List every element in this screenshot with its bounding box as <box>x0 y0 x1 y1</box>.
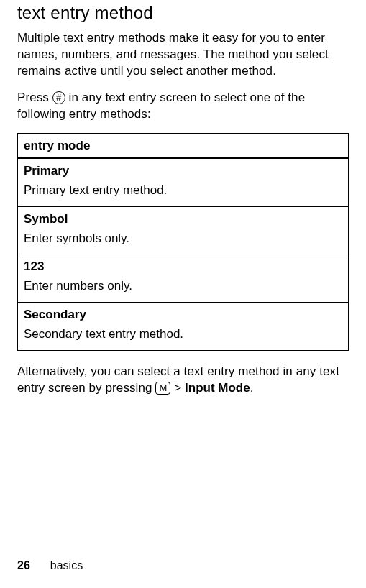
page-number: 26 <box>17 559 30 571</box>
table-row: 123 Enter numbers only. <box>18 254 349 303</box>
instruction-pre: Press <box>17 91 52 104</box>
page-footer: 26basics <box>17 559 83 572</box>
row-title: Symbol <box>24 211 342 228</box>
hash-key-icon: # <box>52 91 65 104</box>
menu-key-icon: M <box>155 382 170 395</box>
instruction-paragraph: Press # in any text entry screen to sele… <box>17 90 349 123</box>
row-title: Secondary <box>24 307 342 323</box>
section-label: basics <box>50 559 83 571</box>
page: text entry method Multiple text entry me… <box>0 0 366 588</box>
row-desc: Enter numbers only. <box>24 278 342 295</box>
table-row: Primary Primary text entry method. <box>18 158 349 206</box>
intro-paragraph: Multiple text entry methods make it easy… <box>17 30 349 80</box>
row-desc: Primary text entry method. <box>24 183 342 199</box>
table-header: entry mode <box>18 134 349 158</box>
alt-sep: > <box>170 381 185 395</box>
menu-item-label: Input Mode <box>185 381 250 395</box>
alt-end: . <box>250 381 254 395</box>
alt-paragraph: Alternatively, you can select a text ent… <box>17 364 349 397</box>
table-row: Secondary Secondary text entry method. <box>18 303 349 351</box>
entry-mode-table: entry mode Primary Primary text entry me… <box>17 133 349 352</box>
page-title: text entry method <box>17 0 349 23</box>
row-desc: Secondary text entry method. <box>24 326 342 343</box>
row-title: Primary <box>24 163 342 180</box>
row-title: 123 <box>24 259 342 275</box>
table-row: Symbol Enter symbols only. <box>18 206 349 254</box>
row-desc: Enter symbols only. <box>24 231 342 247</box>
